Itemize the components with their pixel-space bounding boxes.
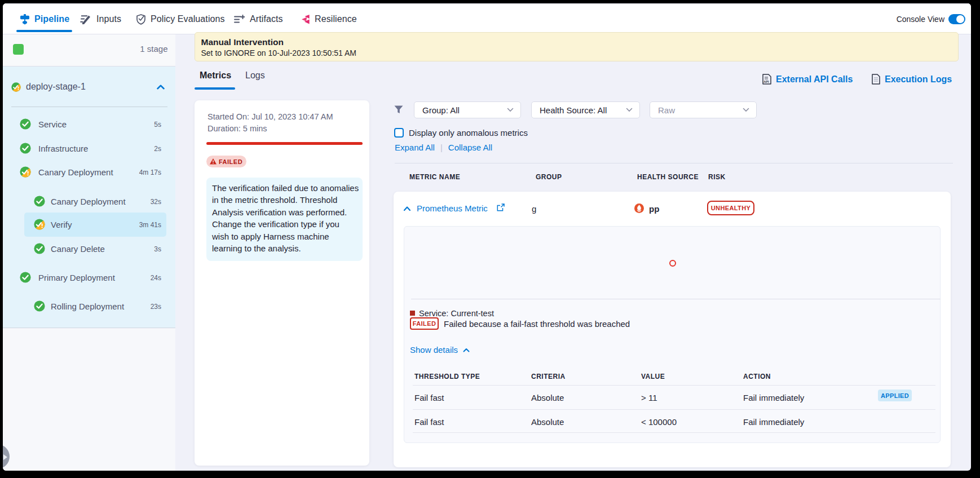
svg-text:API: API [763,80,769,83]
